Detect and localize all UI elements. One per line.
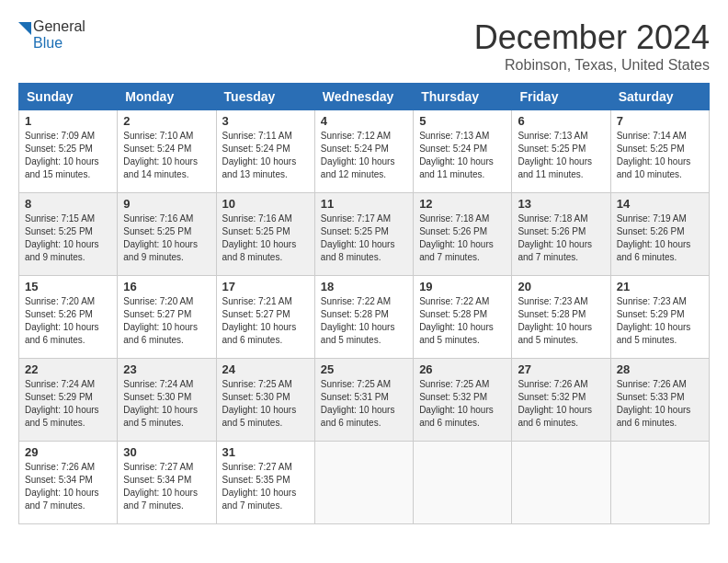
day-number: 14 bbox=[617, 197, 703, 211]
day-number: 31 bbox=[222, 445, 309, 459]
day-info: Sunrise: 7:20 AM Sunset: 5:27 PM Dayligh… bbox=[123, 295, 210, 347]
calendar-day-24: 24Sunrise: 7:25 AM Sunset: 5:30 PM Dayli… bbox=[216, 359, 314, 442]
day-info: Sunrise: 7:16 AM Sunset: 5:25 PM Dayligh… bbox=[123, 213, 210, 264]
calendar-day-29: 29Sunrise: 7:26 AM Sunset: 5:34 PM Dayli… bbox=[19, 442, 118, 524]
calendar-week-row: 8Sunrise: 7:15 AM Sunset: 5:25 PM Daylig… bbox=[19, 193, 710, 276]
calendar-day-9: 9Sunrise: 7:16 AM Sunset: 5:25 PM Daylig… bbox=[118, 193, 216, 276]
day-header-wednesday: Wednesday bbox=[314, 84, 413, 110]
day-info: Sunrise: 7:16 AM Sunset: 5:25 PM Dayligh… bbox=[222, 213, 309, 264]
calendar-day-21: 21Sunrise: 7:23 AM Sunset: 5:29 PM Dayli… bbox=[610, 276, 709, 359]
calendar-day-empty bbox=[610, 442, 709, 524]
day-info: Sunrise: 7:13 AM Sunset: 5:24 PM Dayligh… bbox=[419, 130, 506, 181]
calendar-day-22: 22Sunrise: 7:24 AM Sunset: 5:29 PM Dayli… bbox=[19, 359, 118, 442]
day-info: Sunrise: 7:18 AM Sunset: 5:26 PM Dayligh… bbox=[518, 213, 604, 264]
day-number: 1 bbox=[25, 114, 111, 128]
day-info: Sunrise: 7:22 AM Sunset: 5:28 PM Dayligh… bbox=[419, 295, 506, 347]
day-number: 3 bbox=[222, 114, 309, 128]
day-number: 22 bbox=[25, 362, 111, 376]
day-info: Sunrise: 7:13 AM Sunset: 5:25 PM Dayligh… bbox=[518, 130, 604, 181]
day-info: Sunrise: 7:20 AM Sunset: 5:26 PM Dayligh… bbox=[25, 295, 111, 347]
month-title: December 2024 bbox=[474, 18, 710, 57]
calendar-day-7: 7Sunrise: 7:14 AM Sunset: 5:25 PM Daylig… bbox=[610, 110, 709, 193]
day-info: Sunrise: 7:15 AM Sunset: 5:25 PM Dayligh… bbox=[25, 213, 111, 264]
day-number: 17 bbox=[222, 280, 309, 293]
day-info: Sunrise: 7:19 AM Sunset: 5:26 PM Dayligh… bbox=[617, 213, 703, 264]
calendar-day-12: 12Sunrise: 7:18 AM Sunset: 5:26 PM Dayli… bbox=[414, 193, 512, 276]
day-header-saturday: Saturday bbox=[610, 84, 709, 110]
day-info: Sunrise: 7:26 AM Sunset: 5:32 PM Dayligh… bbox=[518, 378, 604, 430]
day-header-tuesday: Tuesday bbox=[216, 84, 314, 110]
calendar-week-row: 1Sunrise: 7:09 AM Sunset: 5:25 PM Daylig… bbox=[19, 110, 710, 193]
svg-marker-0 bbox=[18, 22, 31, 35]
calendar-day-empty bbox=[314, 442, 413, 524]
calendar-day-8: 8Sunrise: 7:15 AM Sunset: 5:25 PM Daylig… bbox=[19, 193, 118, 276]
calendar-day-20: 20Sunrise: 7:23 AM Sunset: 5:28 PM Dayli… bbox=[512, 276, 610, 359]
day-info: Sunrise: 7:17 AM Sunset: 5:25 PM Dayligh… bbox=[321, 213, 407, 264]
calendar-day-26: 26Sunrise: 7:25 AM Sunset: 5:32 PM Dayli… bbox=[414, 359, 512, 442]
calendar-day-4: 4Sunrise: 7:12 AM Sunset: 5:24 PM Daylig… bbox=[314, 110, 413, 193]
day-header-friday: Friday bbox=[512, 84, 610, 110]
calendar-day-3: 3Sunrise: 7:11 AM Sunset: 5:24 PM Daylig… bbox=[216, 110, 314, 193]
calendar-day-10: 10Sunrise: 7:16 AM Sunset: 5:25 PM Dayli… bbox=[216, 193, 314, 276]
day-number: 20 bbox=[518, 280, 604, 293]
calendar-day-23: 23Sunrise: 7:24 AM Sunset: 5:30 PM Dayli… bbox=[118, 359, 216, 442]
day-info: Sunrise: 7:10 AM Sunset: 5:24 PM Dayligh… bbox=[123, 130, 210, 181]
day-info: Sunrise: 7:27 AM Sunset: 5:34 PM Dayligh… bbox=[123, 461, 210, 512]
day-header-thursday: Thursday bbox=[414, 84, 512, 110]
day-info: Sunrise: 7:11 AM Sunset: 5:24 PM Dayligh… bbox=[222, 130, 309, 181]
day-info: Sunrise: 7:26 AM Sunset: 5:33 PM Dayligh… bbox=[617, 378, 703, 430]
day-number: 18 bbox=[321, 280, 407, 293]
day-info: Sunrise: 7:23 AM Sunset: 5:28 PM Dayligh… bbox=[518, 295, 604, 347]
page-header: GeneralBlue December 2024 Robinson, Texa… bbox=[18, 18, 710, 74]
day-number: 29 bbox=[25, 445, 111, 459]
calendar-day-19: 19Sunrise: 7:22 AM Sunset: 5:28 PM Dayli… bbox=[414, 276, 512, 359]
location-title: Robinson, Texas, United States bbox=[474, 57, 710, 74]
day-number: 6 bbox=[518, 114, 604, 128]
calendar-day-empty bbox=[512, 442, 610, 524]
day-info: Sunrise: 7:21 AM Sunset: 5:27 PM Dayligh… bbox=[222, 295, 309, 347]
calendar-day-27: 27Sunrise: 7:26 AM Sunset: 5:32 PM Dayli… bbox=[512, 359, 610, 442]
day-number: 8 bbox=[25, 197, 111, 211]
day-info: Sunrise: 7:24 AM Sunset: 5:29 PM Dayligh… bbox=[25, 378, 111, 430]
logo-general-text: General bbox=[33, 18, 85, 34]
day-number: 27 bbox=[518, 362, 604, 376]
day-number: 24 bbox=[222, 362, 309, 376]
day-number: 28 bbox=[617, 362, 703, 376]
day-header-sunday: Sunday bbox=[19, 84, 118, 110]
day-info: Sunrise: 7:24 AM Sunset: 5:30 PM Dayligh… bbox=[123, 378, 210, 430]
day-info: Sunrise: 7:27 AM Sunset: 5:35 PM Dayligh… bbox=[222, 461, 309, 512]
day-number: 12 bbox=[419, 197, 506, 211]
day-number: 4 bbox=[321, 114, 407, 128]
day-number: 13 bbox=[518, 197, 604, 211]
day-header-monday: Monday bbox=[118, 84, 216, 110]
calendar-day-13: 13Sunrise: 7:18 AM Sunset: 5:26 PM Dayli… bbox=[512, 193, 610, 276]
day-number: 21 bbox=[617, 280, 703, 293]
calendar-day-18: 18Sunrise: 7:22 AM Sunset: 5:28 PM Dayli… bbox=[314, 276, 413, 359]
day-number: 7 bbox=[617, 114, 703, 128]
day-info: Sunrise: 7:14 AM Sunset: 5:25 PM Dayligh… bbox=[617, 130, 703, 181]
day-number: 2 bbox=[123, 114, 210, 128]
calendar-day-30: 30Sunrise: 7:27 AM Sunset: 5:34 PM Dayli… bbox=[118, 442, 216, 524]
day-headers-row: SundayMondayTuesdayWednesdayThursdayFrid… bbox=[19, 84, 710, 110]
day-info: Sunrise: 7:25 AM Sunset: 5:30 PM Dayligh… bbox=[222, 378, 309, 430]
calendar-day-1: 1Sunrise: 7:09 AM Sunset: 5:25 PM Daylig… bbox=[19, 110, 118, 193]
day-number: 9 bbox=[123, 197, 210, 211]
day-number: 15 bbox=[25, 280, 111, 293]
calendar-week-row: 15Sunrise: 7:20 AM Sunset: 5:26 PM Dayli… bbox=[19, 276, 710, 359]
calendar-day-28: 28Sunrise: 7:26 AM Sunset: 5:33 PM Dayli… bbox=[610, 359, 709, 442]
calendar-day-17: 17Sunrise: 7:21 AM Sunset: 5:27 PM Dayli… bbox=[216, 276, 314, 359]
calendar-day-16: 16Sunrise: 7:20 AM Sunset: 5:27 PM Dayli… bbox=[118, 276, 216, 359]
calendar-day-11: 11Sunrise: 7:17 AM Sunset: 5:25 PM Dayli… bbox=[314, 193, 413, 276]
day-info: Sunrise: 7:26 AM Sunset: 5:34 PM Dayligh… bbox=[25, 461, 111, 512]
logo: GeneralBlue bbox=[18, 18, 85, 52]
calendar-day-31: 31Sunrise: 7:27 AM Sunset: 5:35 PM Dayli… bbox=[216, 442, 314, 524]
day-info: Sunrise: 7:09 AM Sunset: 5:25 PM Dayligh… bbox=[25, 130, 111, 181]
logo-blue-text: Blue bbox=[33, 35, 85, 52]
calendar-week-row: 22Sunrise: 7:24 AM Sunset: 5:29 PM Dayli… bbox=[19, 359, 710, 442]
day-info: Sunrise: 7:23 AM Sunset: 5:29 PM Dayligh… bbox=[617, 295, 703, 347]
title-section: December 2024 Robinson, Texas, United St… bbox=[474, 18, 710, 74]
calendar-day-2: 2Sunrise: 7:10 AM Sunset: 5:24 PM Daylig… bbox=[118, 110, 216, 193]
day-info: Sunrise: 7:22 AM Sunset: 5:28 PM Dayligh… bbox=[321, 295, 407, 347]
day-info: Sunrise: 7:12 AM Sunset: 5:24 PM Dayligh… bbox=[321, 130, 407, 181]
calendar-table: SundayMondayTuesdayWednesdayThursdayFrid… bbox=[18, 83, 710, 524]
